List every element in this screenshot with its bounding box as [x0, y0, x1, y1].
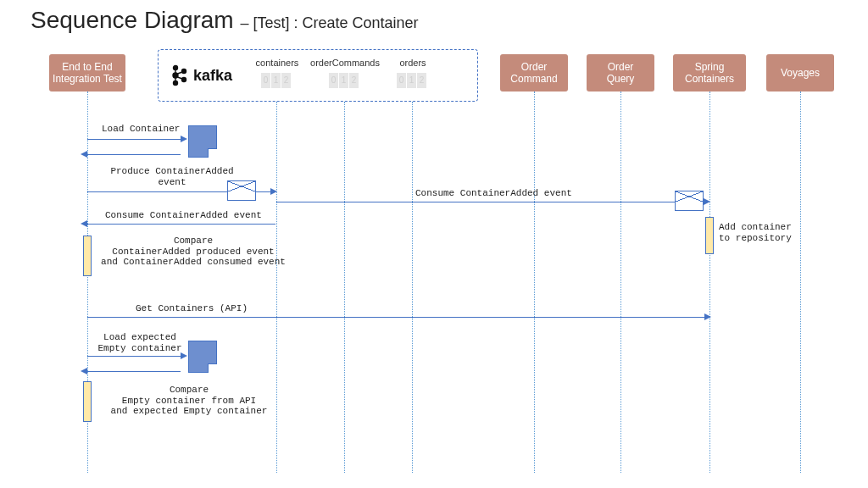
lifeline-topic-ordercommands: [344, 102, 345, 473]
participant-order-command: Order Command: [500, 54, 568, 92]
svg-point-1: [173, 73, 178, 78]
participant-voyages: Voyages: [766, 54, 834, 92]
title-sub: – [Test] : Create Container: [240, 14, 418, 31]
participant-order-query: Order Query: [587, 54, 654, 92]
arrow-consume-e2e: [87, 224, 275, 225]
activation-e2e-compare2: [83, 381, 92, 422]
title-main: Sequence Diagram: [31, 7, 234, 33]
topic-containers-partitions: 012: [261, 73, 292, 88]
kafka-icon: [170, 64, 188, 86]
activation-e2e-compare1: [83, 236, 92, 276]
topic-orders-partitions: 012: [397, 73, 427, 88]
msg-load-container: Load Container: [102, 124, 180, 135]
arrow-load-expected-out: [87, 356, 181, 357]
lifeline-spring-containers: [709, 92, 710, 473]
arrow-load-container-out: [87, 139, 181, 140]
svg-point-3: [182, 69, 186, 74]
arrowhead-get-containers: [704, 313, 711, 320]
arrow-load-container-return: [87, 154, 181, 155]
arrowhead-load-expected-return: [81, 368, 87, 374]
envelope-icon: [227, 180, 256, 201]
lifeline-voyages: [800, 92, 801, 473]
arrowhead-load-container-out: [181, 136, 187, 142]
document-icon: [188, 125, 217, 158]
participant-e2e: End to End Integration Test: [49, 54, 125, 92]
arrowhead-consume-e2e: [81, 220, 87, 227]
document-icon-2: [188, 341, 217, 373]
arrow-consume-spring: [276, 202, 705, 202]
diagram-title: Sequence Diagram – [Test] : Create Conta…: [31, 7, 419, 34]
msg-consume-right: Consume ContainerAdded event: [415, 188, 572, 199]
topic-ordercommands-label: orderCommands: [307, 58, 383, 68]
kafka-logo: kafka: [170, 64, 232, 86]
svg-point-0: [174, 66, 178, 70]
arrowhead-consume-spring: [704, 198, 710, 205]
lifeline-order-command: [534, 92, 535, 473]
envelope-icon-2: [675, 191, 704, 211]
lifeline-order-query: [620, 92, 621, 473]
lifeline-topic-containers: [276, 102, 277, 473]
svg-point-4: [182, 78, 186, 82]
svg-line-8: [178, 77, 183, 79]
arrowhead-load-expected-out: [181, 352, 187, 359]
topic-orders-label: orders: [392, 58, 434, 68]
arrow-load-expected-return: [87, 371, 181, 372]
lifeline-topic-orders: [412, 102, 413, 473]
participant-spring-containers: Spring Containers: [673, 54, 746, 92]
msg-produce-containeradded: Produce ContainerAdded event: [100, 166, 244, 187]
msg-get-containers: Get Containers (API): [136, 303, 248, 314]
arrow-get-containers: [87, 317, 706, 318]
kafka-label: kafka: [193, 67, 232, 85]
activation-spring-add: [705, 217, 714, 254]
msg-load-expected: Load expected Empty container: [93, 332, 186, 353]
msg-consume-left: Consume ContainerAdded event: [105, 210, 262, 221]
msg-compare-1: Compare ContainerAdded produced event an…: [100, 236, 287, 268]
msg-compare-2: Compare Empty container from API and exp…: [100, 385, 278, 417]
arrowhead-produce-containeradded: [270, 188, 277, 195]
arrowhead-load-container-return: [81, 151, 87, 158]
msg-add-container: Add container to repository: [719, 222, 792, 243]
svg-line-7: [178, 72, 183, 74]
topic-ordercommands-partitions: 012: [329, 73, 359, 88]
topic-containers-label: containers: [252, 58, 303, 68]
svg-point-2: [174, 81, 178, 86]
